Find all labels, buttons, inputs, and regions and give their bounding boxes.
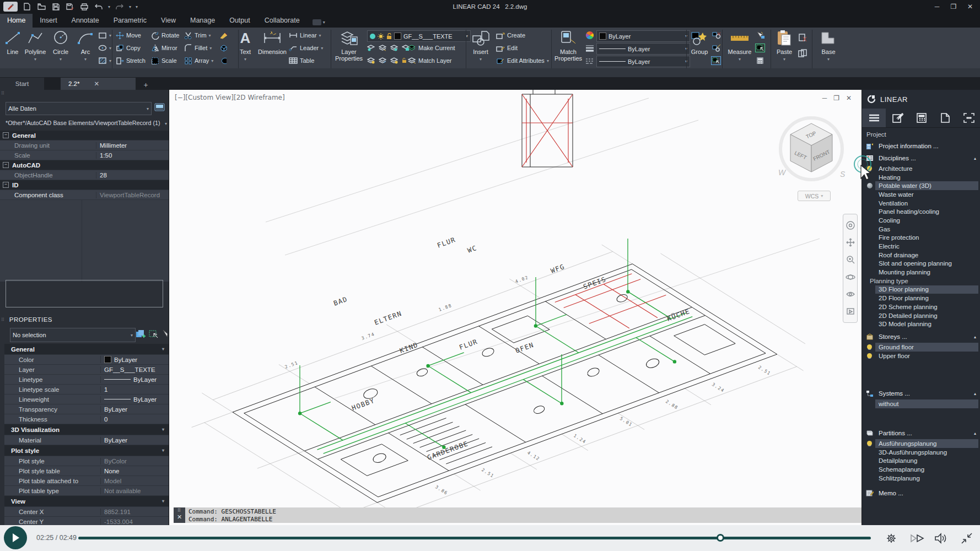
tree-item-without[interactable]: without: [862, 399, 980, 408]
circle-button[interactable]: Circle▾: [49, 29, 73, 68]
tree-item-fire-protection[interactable]: Fire protection: [862, 234, 980, 242]
properties-title-bar[interactable]: ⠿PROPERTIES: [0, 313, 169, 326]
arc-button[interactable]: Arc▾: [75, 29, 96, 68]
tree-section-memo[interactable]: Memo ...: [862, 487, 980, 499]
object-color-combo[interactable]: ByLayer▾: [596, 30, 690, 42]
prop-row[interactable]: Center X8852.191: [4, 507, 169, 517]
qat-customize-icon[interactable]: ▾: [136, 4, 138, 9]
collapse-caret-icon[interactable]: ▴: [974, 391, 976, 396]
close-button[interactable]: ✕: [962, 1, 978, 12]
tab-insert[interactable]: Insert: [33, 14, 64, 28]
linear-dimension-button[interactable]: Linear▾: [289, 30, 321, 41]
tree-section-systems[interactable]: Systems ...▴: [862, 387, 980, 399]
calculator-icon[interactable]: [909, 109, 933, 127]
polyline-button[interactable]: Polyline▾: [23, 29, 47, 68]
prop-group-plot-style[interactable]: Plot style▾: [4, 445, 169, 456]
tree-item-ausf-hrungsplanung[interactable]: Ausführungsplanung: [862, 439, 980, 448]
tree-item-heating[interactable]: Heating: [862, 173, 980, 182]
tree-section-project-information[interactable]: Project information ...: [862, 140, 980, 152]
prop-row[interactable]: LinetypeByLayer: [4, 375, 169, 385]
text-button[interactable]: AText▾: [234, 29, 256, 68]
record-breadcrumb[interactable]: *Other*/AutoCAD Base Elements/ViewportTa…: [6, 120, 164, 126]
rectangle-tool-button[interactable]: ▾: [98, 30, 111, 41]
redo-icon[interactable]: [115, 2, 125, 11]
record-caret-icon[interactable]: ▾: [165, 121, 167, 126]
insert-block-button[interactable]: Insert▾: [469, 29, 493, 68]
layer-properties-button[interactable]: Layer Properties: [333, 29, 365, 68]
fillet-button[interactable]: Fillet▾: [184, 42, 212, 53]
new-tab-icon[interactable]: ＋: [142, 80, 149, 90]
select-similar-button[interactable]: [755, 42, 765, 53]
prop-group-general[interactable]: General▾: [4, 344, 169, 355]
redo-dropdown-icon[interactable]: ▾: [129, 4, 131, 9]
table-button[interactable]: Table: [289, 55, 314, 66]
prop-row[interactable]: Plot styleByColor: [4, 456, 169, 466]
dimension-button[interactable]: Dimension: [258, 29, 287, 68]
edit-block-button[interactable]: Edit: [496, 42, 518, 53]
prop-row[interactable]: Thickness0: [4, 414, 169, 424]
pan-icon[interactable]: [846, 237, 855, 247]
viewport-controls-label[interactable]: [−][Custom View][2D Wireframe]: [175, 94, 285, 101]
grid-row[interactable]: ObjectHandle28: [0, 170, 169, 180]
player-settings-icon[interactable]: [885, 532, 898, 547]
look-icon[interactable]: [846, 289, 855, 299]
array-button[interactable]: Array▾: [184, 55, 213, 66]
leader-button[interactable]: Leader▾: [289, 42, 323, 53]
tab-home[interactable]: Home: [0, 14, 33, 28]
restore-button[interactable]: ❐: [946, 1, 961, 12]
tree-item-schlitzplanung[interactable]: Schlitzplanung: [862, 474, 980, 483]
tree-section-storeys[interactable]: Storeys ...▴: [862, 331, 980, 343]
navigation-toolbar[interactable]: [843, 214, 858, 323]
tree-item-ventilation[interactable]: Ventilation: [862, 199, 980, 208]
viewport-minimize-icon[interactable]: ─: [822, 94, 827, 102]
prop-row[interactable]: LayerGF__S___TEXTE: [4, 365, 169, 375]
viewport-restore-icon[interactable]: ❐: [833, 94, 839, 102]
selection-frame-icon[interactable]: [957, 109, 980, 127]
tree-item-schemaplanung[interactable]: Schemaplanung: [862, 465, 980, 474]
save-as-icon[interactable]: [65, 2, 75, 11]
lineweight-combo[interactable]: ByLayer▾: [596, 43, 690, 55]
prop-row[interactable]: LineweightByLayer: [4, 395, 169, 404]
make-current-button[interactable]: Make Current: [408, 42, 455, 53]
linetype-combo[interactable]: ByLayer▾: [596, 56, 690, 67]
tree-item-architecture[interactable]: Architecture: [862, 164, 980, 173]
navwheel-icon[interactable]: [846, 220, 855, 230]
tree-item-roof-drainage[interactable]: Roof drainage: [862, 251, 980, 260]
tree-item-2d-floor-planning[interactable]: 2D Floor planning: [862, 294, 980, 302]
view-cube[interactable]: TOP LEFT FRONT W S: [773, 115, 853, 189]
collapse-caret-icon[interactable]: ▴: [974, 431, 976, 436]
tree-item-detailplanung[interactable]: Detailplanung: [862, 457, 980, 466]
undo-icon[interactable]: [94, 2, 104, 11]
file-tab-close-icon[interactable]: ✕: [94, 80, 99, 88]
exit-fullscreen-icon[interactable]: [960, 532, 973, 547]
undo-dropdown-icon[interactable]: ▾: [108, 4, 110, 9]
panel-grip[interactable]: ⠿: [1, 91, 5, 96]
print-icon[interactable]: [79, 2, 89, 11]
menu-icon[interactable]: [862, 109, 886, 127]
create-block-button[interactable]: Create: [496, 30, 525, 41]
table-view-icon[interactable]: [154, 103, 165, 114]
orbit-icon[interactable]: [846, 272, 855, 282]
open-file-icon[interactable]: [36, 2, 46, 11]
tree-item-2d-detailed-planning[interactable]: 2D Detailed planning: [862, 311, 980, 320]
tree-section-disciplines[interactable]: Disciplines ...▴: [862, 152, 980, 164]
scale-button[interactable]: Scale: [151, 55, 177, 66]
command-history[interactable]: Command: GESCHOSSTABELLE Command: ANLAGE…: [185, 507, 861, 523]
prop-group-3d-visualization[interactable]: 3D Visualization▾: [4, 424, 169, 435]
prop-group-view[interactable]: View▾: [4, 496, 169, 507]
edit-attributes-button[interactable]: Edit Attributes▾: [496, 55, 549, 66]
cut-button[interactable]: [798, 32, 807, 43]
tab-output[interactable]: Output: [222, 14, 257, 28]
group-edit-button[interactable]: [712, 42, 721, 53]
tree-item-ground-floor[interactable]: Ground floor: [862, 343, 980, 352]
prop-row[interactable]: Linetype scale1: [4, 385, 169, 395]
quick-select-button[interactable]: [756, 30, 765, 41]
grid-group-general[interactable]: −General: [0, 131, 169, 141]
tab-collaborate[interactable]: Collaborate: [257, 14, 307, 28]
group-button[interactable]: Group: [688, 29, 711, 68]
showmotion-icon[interactable]: [846, 306, 855, 316]
tab-view[interactable]: View: [154, 14, 183, 28]
data-filter-combo[interactable]: Alle Daten▾: [6, 102, 152, 115]
erase-button[interactable]: [219, 30, 229, 41]
tree-item-cooling[interactable]: Cooling: [862, 216, 980, 225]
